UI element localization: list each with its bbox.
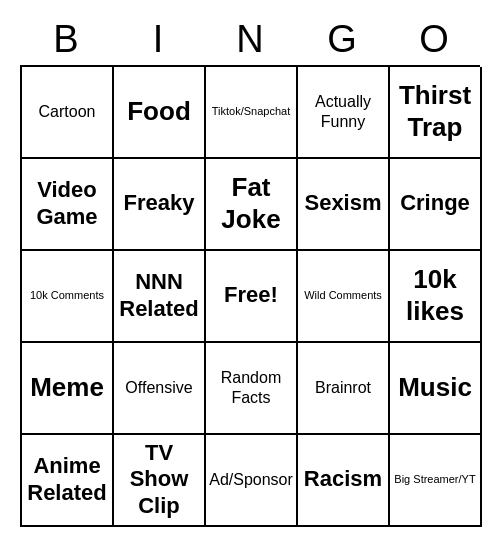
cell-text-17: Random Facts	[210, 368, 292, 406]
cell-text-21: TV Show Clip	[118, 440, 200, 519]
cell-text-23: Racism	[304, 466, 382, 492]
cell-text-5: Video Game	[26, 177, 108, 230]
cell-text-20: Anime Related	[26, 453, 108, 506]
title-o: O	[391, 18, 477, 61]
bingo-cell-2: Tiktok/Snapchat	[206, 67, 298, 159]
bingo-cell-16: Offensive	[114, 343, 206, 435]
bingo-cell-0: Cartoon	[22, 67, 114, 159]
bingo-cell-8: Sexism	[298, 159, 390, 251]
bingo-cell-3: Actually Funny	[298, 67, 390, 159]
bingo-cell-14: 10k likes	[390, 251, 482, 343]
cell-text-24: Big Streamer/YT	[394, 473, 475, 486]
bingo-cell-24: Big Streamer/YT	[390, 435, 482, 527]
bingo-cell-9: Cringe	[390, 159, 482, 251]
cell-text-11: NNN Related	[118, 269, 200, 322]
cell-text-4: Thirst Trap	[394, 80, 476, 142]
bingo-cell-7: Fat Joke	[206, 159, 298, 251]
bingo-grid: CartoonFoodTiktok/SnapchatActually Funny…	[20, 65, 480, 527]
bingo-cell-5: Video Game	[22, 159, 114, 251]
cell-text-8: Sexism	[304, 190, 381, 216]
bingo-cell-20: Anime Related	[22, 435, 114, 527]
bingo-cell-11: NNN Related	[114, 251, 206, 343]
title-i: I	[115, 18, 201, 61]
cell-text-15: Meme	[30, 372, 104, 403]
bingo-cell-22: Ad/Sponsor	[206, 435, 298, 527]
cell-text-6: Freaky	[124, 190, 195, 216]
cell-text-0: Cartoon	[39, 102, 96, 121]
cell-text-7: Fat Joke	[210, 172, 292, 234]
bingo-cell-17: Random Facts	[206, 343, 298, 435]
cell-text-18: Brainrot	[315, 378, 371, 397]
bingo-cell-13: Wild Comments	[298, 251, 390, 343]
bingo-cell-18: Brainrot	[298, 343, 390, 435]
bingo-cell-12: Free!	[206, 251, 298, 343]
bingo-card: B I N G O CartoonFoodTiktok/SnapchatActu…	[10, 8, 490, 537]
bingo-cell-19: Music	[390, 343, 482, 435]
bingo-cell-1: Food	[114, 67, 206, 159]
bingo-cell-6: Freaky	[114, 159, 206, 251]
cell-text-22: Ad/Sponsor	[209, 470, 293, 489]
cell-text-12: Free!	[224, 282, 278, 308]
bingo-title: B I N G O	[20, 18, 480, 61]
bingo-cell-15: Meme	[22, 343, 114, 435]
title-n: N	[207, 18, 293, 61]
cell-text-10: 10k Comments	[30, 289, 104, 302]
bingo-cell-10: 10k Comments	[22, 251, 114, 343]
cell-text-14: 10k likes	[394, 264, 476, 326]
bingo-cell-21: TV Show Clip	[114, 435, 206, 527]
title-g: G	[299, 18, 385, 61]
bingo-cell-23: Racism	[298, 435, 390, 527]
cell-text-2: Tiktok/Snapchat	[212, 105, 290, 118]
cell-text-13: Wild Comments	[304, 289, 382, 302]
cell-text-9: Cringe	[400, 190, 470, 216]
title-b: B	[23, 18, 109, 61]
bingo-cell-4: Thirst Trap	[390, 67, 482, 159]
cell-text-3: Actually Funny	[302, 92, 384, 130]
cell-text-19: Music	[398, 372, 472, 403]
cell-text-1: Food	[127, 96, 191, 127]
cell-text-16: Offensive	[125, 378, 192, 397]
